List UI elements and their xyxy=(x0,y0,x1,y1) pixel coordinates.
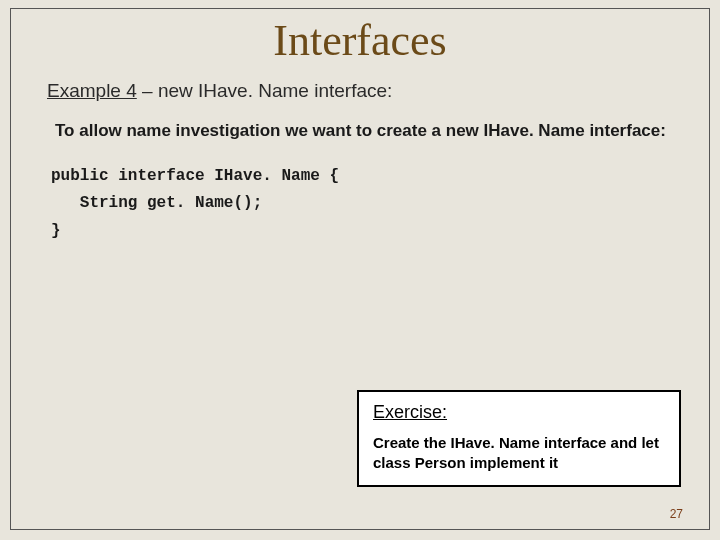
slide-title: Interfaces xyxy=(47,15,673,66)
example-rest: – new IHave. Name interface: xyxy=(137,80,393,101)
exercise-box: Exercise: Create the IHave. Name interfa… xyxy=(357,390,681,488)
page-number: 27 xyxy=(670,507,683,521)
exercise-title: Exercise: xyxy=(373,402,665,423)
example-heading: Example 4 – new IHave. Name interface: xyxy=(47,80,673,102)
code-line: } xyxy=(51,218,673,245)
example-label: Example 4 xyxy=(47,80,137,101)
exercise-body: Create the IHave. Name interface and let… xyxy=(373,433,665,474)
description-text: To allow name investigation we want to c… xyxy=(55,120,669,141)
code-block: public interface IHave. Name { String ge… xyxy=(51,163,673,245)
slide-inner: Interfaces Example 4 – new IHave. Name i… xyxy=(10,8,710,530)
slide: Interfaces Example 4 – new IHave. Name i… xyxy=(0,0,720,540)
code-line: String get. Name(); xyxy=(51,190,673,217)
code-line: public interface IHave. Name { xyxy=(51,163,673,190)
